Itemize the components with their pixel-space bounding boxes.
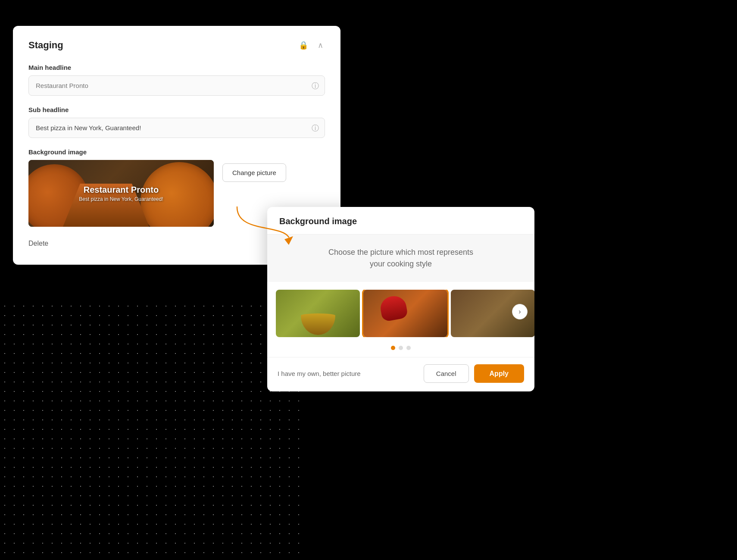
carousel-dot-2[interactable] (399, 346, 403, 350)
dot-pattern-decoration (0, 301, 302, 560)
chooser-modal: Background image Choose the picture whic… (267, 207, 534, 391)
delete-button[interactable]: Delete (28, 240, 48, 247)
next-arrow-icon: › (518, 308, 521, 316)
own-picture-button[interactable]: I have my own, better picture (278, 370, 361, 377)
lock-icon-btn[interactable]: 🔒 (297, 39, 310, 52)
change-picture-button[interactable]: Change picture (222, 163, 286, 182)
lock-icon: 🔒 (299, 41, 308, 50)
chooser-body: Choose the picture which most represents… (267, 235, 534, 357)
preview-main-title: Restaurant Pronto (79, 185, 163, 195)
salad-image (276, 290, 360, 337)
sub-headline-info-icon: ⓘ (312, 123, 319, 133)
panel-header: Staging 🔒 ∧ (28, 39, 325, 52)
chevron-up-icon: ∧ (318, 41, 323, 50)
carousel-dot-1[interactable] (391, 346, 395, 350)
pizza-main-image (363, 290, 447, 337)
preview-sub-title: Best pizza in New York, Guaranteed! (79, 196, 163, 202)
choose-prompt-text: Choose the picture which most represents… (276, 247, 526, 270)
panel-header-icons: 🔒 ∧ (297, 39, 325, 52)
chooser-footer: I have my own, better picture Cancel App… (267, 357, 534, 391)
chooser-title: Background image (279, 216, 357, 226)
choose-prompt-area: Choose the picture which most represents… (267, 235, 534, 282)
bowl-decoration (301, 313, 335, 335)
chooser-footer-actions: Cancel Apply (424, 364, 524, 383)
carousel-next-button[interactable]: › (512, 304, 528, 319)
carousel-dots (267, 341, 534, 357)
bg-image-label: Background image (28, 148, 325, 156)
chooser-cancel-button[interactable]: Cancel (424, 364, 469, 383)
sub-headline-input[interactable] (28, 118, 325, 138)
pepper-decoration (379, 294, 409, 322)
sub-headline-label: Sub headline (28, 106, 325, 113)
carousel-image-2[interactable] (363, 290, 447, 337)
carousel-dot-3[interactable] (406, 346, 411, 350)
main-headline-input[interactable] (28, 75, 325, 96)
carousel-images-container (267, 290, 534, 337)
images-carousel: › (267, 282, 534, 341)
main-headline-info-icon: ⓘ (312, 81, 319, 91)
chooser-header: Background image (267, 207, 534, 235)
apply-button[interactable]: Apply (474, 364, 524, 383)
bg-image-preview: Restaurant Pronto Best pizza in New York… (28, 160, 214, 227)
carousel-image-1[interactable] (276, 290, 360, 337)
main-headline-label: Main headline (28, 64, 325, 71)
collapse-btn[interactable]: ∧ (316, 39, 325, 52)
main-headline-wrapper: ⓘ (28, 75, 325, 96)
panel-title: Staging (28, 40, 63, 51)
preview-overlay-text: Restaurant Pronto Best pizza in New York… (79, 185, 163, 202)
sub-headline-wrapper: ⓘ (28, 118, 325, 138)
